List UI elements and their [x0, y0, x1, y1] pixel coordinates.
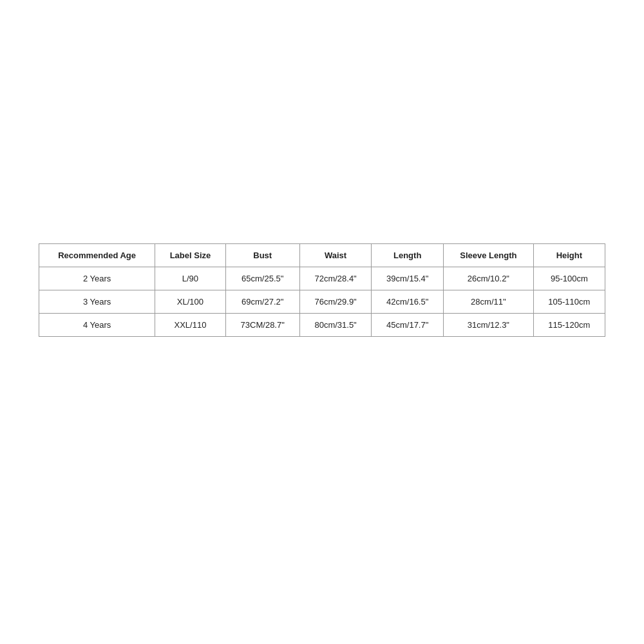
cell-sleeve-2: 31cm/12.3" [443, 313, 533, 336]
header-length: Length [372, 243, 444, 267]
table-row: 2 Years L/90 65cm/25.5" 72cm/28.4" 39cm/… [39, 267, 605, 290]
table-header-row: Recommended Age Label Size Bust Waist Le… [39, 243, 605, 267]
header-bust: Bust [225, 243, 299, 267]
cell-sleeve-1: 28cm/11" [443, 290, 533, 313]
cell-height-2: 115-120cm [533, 313, 605, 336]
cell-label-size-1: XL/100 [155, 290, 225, 313]
cell-waist-1: 76cm/29.9" [299, 290, 372, 313]
cell-waist-0: 72cm/28.4" [299, 267, 372, 290]
cell-label-size-2: XXL/110 [155, 313, 225, 336]
cell-length-0: 39cm/15.4" [372, 267, 444, 290]
cell-age-2: 4 Years [39, 313, 155, 336]
cell-waist-2: 80cm/31.5" [299, 313, 372, 336]
cell-length-1: 42cm/16.5" [372, 290, 444, 313]
header-sleeve-length: Sleeve Length [443, 243, 533, 267]
table-row: 4 Years XXL/110 73CM/28.7" 80cm/31.5" 45… [39, 313, 605, 336]
size-chart-table: Recommended Age Label Size Bust Waist Le… [39, 243, 605, 337]
cell-bust-1: 69cm/27.2" [225, 290, 299, 313]
header-label-size: Label Size [155, 243, 225, 267]
cell-height-1: 105-110cm [533, 290, 605, 313]
cell-bust-2: 73CM/28.7" [225, 313, 299, 336]
cell-label-size-0: L/90 [155, 267, 225, 290]
cell-height-0: 95-100cm [533, 267, 605, 290]
header-waist: Waist [299, 243, 372, 267]
cell-length-2: 45cm/17.7" [372, 313, 444, 336]
cell-sleeve-0: 26cm/10.2" [443, 267, 533, 290]
cell-bust-0: 65cm/25.5" [225, 267, 299, 290]
header-recommended-age: Recommended Age [39, 243, 155, 267]
table-row: 3 Years XL/100 69cm/27.2" 76cm/29.9" 42c… [39, 290, 605, 313]
cell-age-0: 2 Years [39, 267, 155, 290]
header-height: Height [533, 243, 605, 267]
size-chart-container: Recommended Age Label Size Bust Waist Le… [0, 243, 644, 337]
cell-age-1: 3 Years [39, 290, 155, 313]
